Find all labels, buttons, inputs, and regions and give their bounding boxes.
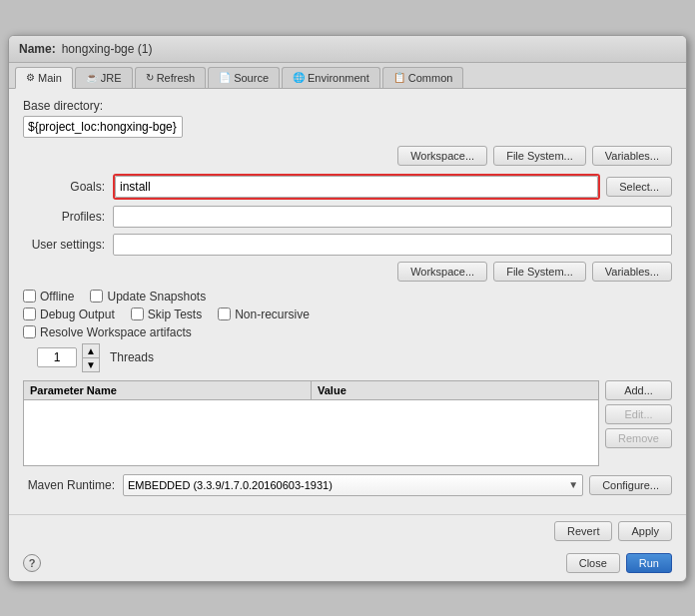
file-system-button-2[interactable]: File System...: [493, 262, 586, 282]
refresh-tab-icon: ↻: [146, 72, 154, 83]
user-settings-label: User settings:: [23, 238, 113, 252]
debug-output-checkbox[interactable]: [23, 308, 36, 320]
profiles-label: Profiles:: [23, 210, 113, 224]
revert-button[interactable]: Revert: [554, 521, 612, 541]
resolve-workspace-label: Resolve Workspace artifacts: [40, 325, 192, 339]
checkbox-row-2: Debug Output Skip Tests Non-recursive: [23, 308, 672, 321]
threads-row: ▲ ▼ Threads: [37, 343, 672, 372]
parameter-table: Parameter Name Value: [23, 380, 599, 466]
param-table-header: Parameter Name Value: [24, 381, 598, 400]
user-settings-input[interactable]: [113, 234, 672, 256]
offline-checkbox[interactable]: [23, 290, 36, 303]
tab-environment-label: Environment: [308, 72, 369, 84]
tab-main[interactable]: ⚙ Main: [15, 67, 73, 89]
offline-checkbox-item[interactable]: Offline: [23, 290, 74, 304]
workspace-button-1[interactable]: Workspace...: [397, 146, 487, 166]
user-settings-row: User settings:: [23, 234, 672, 256]
tab-common[interactable]: 📋 Common: [382, 67, 464, 88]
revert-apply-row: Revert Apply: [9, 514, 686, 549]
base-directory-input[interactable]: [23, 116, 183, 138]
skip-tests-checkbox[interactable]: [131, 308, 144, 320]
profiles-input[interactable]: [113, 206, 672, 228]
apply-button[interactable]: Apply: [618, 521, 672, 541]
jre-tab-icon: ☕: [86, 72, 98, 83]
parameter-section: Parameter Name Value Add... Edit... Remo…: [23, 380, 672, 466]
maven-runtime-label: Maven Runtime:: [23, 478, 123, 492]
offline-label: Offline: [40, 290, 74, 304]
goals-input[interactable]: [115, 176, 598, 198]
edit-button[interactable]: Edit...: [605, 404, 672, 424]
tab-refresh-label: Refresh: [157, 72, 196, 84]
update-snapshots-label: Update Snapshots: [107, 290, 206, 304]
name-label: Name:: [19, 42, 56, 56]
main-tab-icon: ⚙: [26, 72, 35, 83]
dialog-title: hongxing-bge (1): [62, 42, 153, 56]
goals-input-wrapper: [113, 174, 600, 200]
select-button[interactable]: Select...: [606, 177, 672, 197]
param-buttons: Add... Edit... Remove: [605, 380, 672, 466]
resolve-workspace-checkbox-item[interactable]: Resolve Workspace artifacts: [23, 325, 192, 339]
title-bar: Name: hongxing-bge (1): [9, 36, 686, 63]
update-snapshots-checkbox[interactable]: [90, 290, 103, 303]
maven-runtime-row: Maven Runtime: EMBEDDED (3.3.9/1.7.0.201…: [23, 474, 672, 496]
help-button[interactable]: ?: [23, 554, 41, 572]
debug-output-checkbox-item[interactable]: Debug Output: [23, 308, 115, 321]
debug-output-label: Debug Output: [40, 308, 115, 321]
resolve-workspace-checkbox[interactable]: [23, 325, 36, 338]
non-recursive-label: Non-recursive: [235, 308, 310, 321]
main-content: Base directory: Workspace... File System…: [9, 89, 686, 514]
main-dialog: Name: hongxing-bge (1) ⚙ Main ☕ JRE ↻ Re…: [8, 35, 687, 582]
maven-runtime-select[interactable]: EMBEDDED (3.3.9/1.7.0.20160603-1931): [128, 479, 578, 491]
profiles-row: Profiles:: [23, 206, 672, 228]
threads-input[interactable]: [37, 347, 77, 367]
checkbox-row-1: Offline Update Snapshots: [23, 290, 672, 304]
goals-label: Goals:: [23, 180, 113, 194]
remove-button[interactable]: Remove: [605, 428, 672, 448]
update-snapshots-checkbox-item[interactable]: Update Snapshots: [90, 290, 206, 304]
param-table-body: [24, 400, 598, 465]
base-directory-label: Base directory:: [23, 99, 672, 113]
goals-row: Goals: Select...: [23, 174, 672, 200]
threads-up-arrow[interactable]: ▲: [83, 344, 99, 358]
tab-jre[interactable]: ☕ JRE: [75, 67, 133, 88]
tab-refresh[interactable]: ↻ Refresh: [135, 67, 207, 88]
common-tab-icon: 📋: [393, 72, 405, 83]
source-tab-icon: 📄: [219, 72, 231, 83]
variables-button-1[interactable]: Variables...: [592, 146, 672, 166]
tab-bar: ⚙ Main ☕ JRE ↻ Refresh 📄 Source 🌐 Enviro…: [9, 63, 686, 89]
tab-environment[interactable]: 🌐 Environment: [282, 67, 380, 88]
variables-button-2[interactable]: Variables...: [592, 262, 672, 282]
footer-buttons: Close Run: [566, 553, 672, 573]
maven-runtime-dropdown[interactable]: EMBEDDED (3.3.9/1.7.0.20160603-1931) ▼: [123, 474, 583, 496]
env-tab-icon: 🌐: [293, 72, 305, 83]
threads-label: Threads: [106, 350, 162, 364]
non-recursive-checkbox[interactable]: [218, 308, 231, 320]
checkbox-row-3: Resolve Workspace artifacts: [23, 325, 672, 339]
skip-tests-checkbox-item[interactable]: Skip Tests: [131, 308, 202, 321]
base-dir-button-row: Workspace... File System... Variables...: [23, 146, 672, 166]
param-name-col-header: Parameter Name: [24, 381, 312, 399]
user-settings-button-row: Workspace... File System... Variables...: [23, 262, 672, 282]
footer-row: ? Close Run: [9, 549, 686, 581]
tab-main-label: Main: [38, 72, 62, 84]
workspace-button-2[interactable]: Workspace...: [397, 262, 487, 282]
skip-tests-label: Skip Tests: [148, 308, 202, 321]
non-recursive-checkbox-item[interactable]: Non-recursive: [218, 308, 310, 321]
tab-source[interactable]: 📄 Source: [208, 67, 280, 88]
close-button[interactable]: Close: [566, 553, 620, 573]
add-button[interactable]: Add...: [605, 380, 672, 400]
run-button[interactable]: Run: [626, 553, 672, 573]
threads-down-arrow[interactable]: ▼: [83, 358, 99, 371]
tab-common-label: Common: [408, 72, 453, 84]
file-system-button-1[interactable]: File System...: [493, 146, 586, 166]
configure-button[interactable]: Configure...: [589, 475, 672, 495]
param-value-col-header: Value: [312, 381, 598, 399]
tab-jre-label: JRE: [101, 72, 122, 84]
base-directory-section: Base directory:: [23, 99, 672, 138]
tab-source-label: Source: [234, 72, 269, 84]
